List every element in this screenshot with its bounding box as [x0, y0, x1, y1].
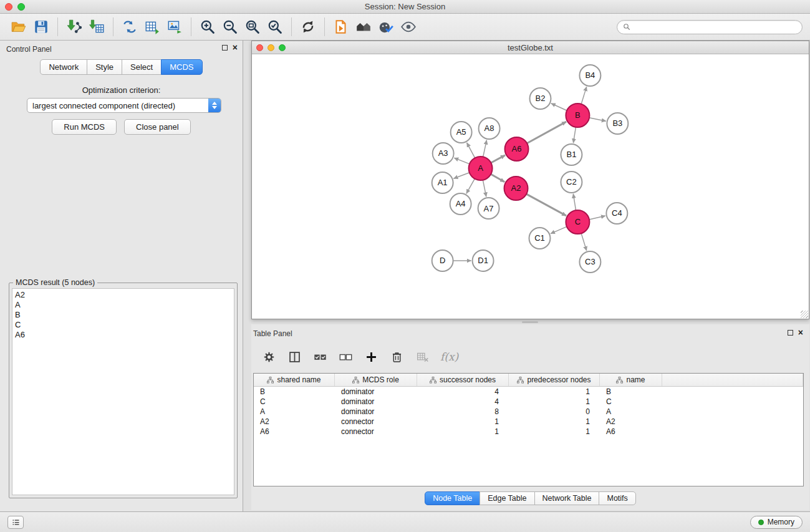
- network-canvas-svg[interactable]: B4B2BB3A5A8A6B1A3AC2A1A2A4A7C4CC1C3DD1: [252, 54, 809, 319]
- result-item[interactable]: C: [15, 320, 231, 330]
- table-cell[interactable]: A: [600, 407, 662, 416]
- graph-edge-C-C1[interactable]: [551, 226, 567, 233]
- graph-node-A8[interactable]: A8: [479, 118, 500, 139]
- memory-button[interactable]: Memory: [750, 516, 803, 529]
- table-cell[interactable]: 4: [417, 387, 509, 396]
- table-cell[interactable]: 1: [509, 417, 600, 426]
- graph-edge-B-B2[interactable]: [551, 104, 567, 110]
- unselect-all-columns-icon[interactable]: [338, 349, 353, 364]
- table-cell[interactable]: 1: [509, 397, 600, 406]
- graph-node-A2[interactable]: A2: [504, 177, 528, 200]
- save-session-icon[interactable]: [30, 16, 52, 37]
- graph-edge-B-B4[interactable]: [581, 87, 587, 104]
- graph-edge-C-C2[interactable]: [573, 194, 576, 210]
- new-table-icon[interactable]: [141, 16, 163, 37]
- settings-gear-icon[interactable]: [261, 349, 276, 364]
- graph-node-C3[interactable]: C3: [579, 251, 600, 273]
- tab-edge-table[interactable]: Edge Table: [480, 491, 534, 505]
- tab-network[interactable]: Network: [40, 59, 87, 75]
- open-document-icon[interactable]: [330, 16, 352, 37]
- graph-node-C1[interactable]: C1: [529, 228, 551, 249]
- show-panels-button[interactable]: [7, 516, 24, 529]
- graph-node-B1[interactable]: B1: [561, 144, 582, 165]
- float-panel-icon[interactable]: [222, 45, 228, 51]
- graph-edge-C-C4[interactable]: [589, 216, 605, 220]
- graph-node-B2[interactable]: B2: [530, 88, 551, 109]
- column-header-predecessor-nodes[interactable]: predecessor nodes: [509, 374, 600, 386]
- graph-edge-A-A2[interactable]: [491, 174, 504, 181]
- table-cell[interactable]: C: [600, 397, 662, 406]
- graph-node-B[interactable]: B: [566, 104, 589, 127]
- resize-handle[interactable]: [801, 311, 808, 318]
- table-row[interactable]: A6connector11A6: [254, 427, 803, 437]
- graph-node-C[interactable]: C: [566, 210, 589, 234]
- graph-node-C2[interactable]: C2: [561, 172, 582, 193]
- search-input[interactable]: [634, 22, 796, 31]
- table-cell[interactable]: 1: [509, 427, 600, 436]
- clone-network-icon[interactable]: [118, 16, 141, 37]
- table-row[interactable]: Bdominator41B: [254, 387, 803, 397]
- table-cell[interactable]: dominator: [335, 407, 417, 416]
- zoom-in-icon[interactable]: [196, 16, 219, 37]
- zoom-selected-icon[interactable]: [264, 16, 286, 37]
- export-image-icon[interactable]: [163, 16, 186, 37]
- node-table[interactable]: shared nameMCDS rolesuccessor nodesprede…: [253, 373, 804, 486]
- open-session-icon[interactable]: [7, 16, 30, 37]
- graph-node-B3[interactable]: B3: [607, 113, 628, 134]
- search-box[interactable]: [617, 20, 803, 34]
- mcds-result-list[interactable]: A2ABCA6: [12, 288, 234, 495]
- graph-node-D1[interactable]: D1: [473, 250, 494, 271]
- import-table-icon[interactable]: [85, 16, 108, 37]
- table-cell[interactable]: 1: [417, 417, 509, 426]
- graph-edge-A-A1[interactable]: [453, 173, 469, 179]
- graph-edge-A-A4[interactable]: [466, 179, 475, 194]
- graph-edge-A6-B[interactable]: [527, 122, 566, 143]
- eye-icon[interactable]: [397, 16, 420, 37]
- graph-node-B4[interactable]: B4: [579, 65, 600, 86]
- tab-mcds[interactable]: MCDS: [161, 59, 202, 75]
- run-mcds-button[interactable]: Run MCDS: [52, 119, 117, 135]
- table-cell[interactable]: 1: [509, 387, 600, 396]
- table-row[interactable]: Cdominator41C: [254, 397, 803, 407]
- table-cell[interactable]: connector: [335, 417, 417, 426]
- graph-node-C4[interactable]: C4: [606, 203, 627, 224]
- graph-node-A[interactable]: A: [469, 157, 493, 180]
- zoom-out-icon[interactable]: [219, 16, 241, 37]
- network-canvas[interactable]: B4B2BB3A5A8A6B1A3AC2A1A2A4A7C4CC1C3DD1: [252, 54, 809, 319]
- add-column-icon[interactable]: [364, 349, 378, 364]
- delete-column-icon[interactable]: [389, 349, 404, 364]
- graph-node-A5[interactable]: A5: [451, 122, 472, 143]
- table-cell[interactable]: A6: [600, 427, 662, 436]
- graph-node-D[interactable]: D: [432, 250, 453, 271]
- overview-home-icon[interactable]: [352, 16, 375, 37]
- graph-node-A7[interactable]: A7: [478, 198, 499, 219]
- graph-node-A3[interactable]: A3: [433, 143, 454, 164]
- result-item[interactable]: A6: [15, 330, 231, 340]
- table-cell[interactable]: B: [254, 387, 335, 396]
- result-item[interactable]: B: [15, 310, 231, 320]
- function-builder-icon[interactable]: f(x): [440, 351, 458, 363]
- tab-node-table[interactable]: Node Table: [425, 491, 480, 505]
- select-all-columns-icon[interactable]: [312, 349, 327, 364]
- table-cell[interactable]: 8: [417, 407, 509, 416]
- apply-style-icon[interactable]: [375, 16, 397, 37]
- table-cell[interactable]: 0: [509, 407, 600, 416]
- zoom-fit-icon[interactable]: [241, 16, 264, 37]
- result-item[interactable]: A2: [15, 290, 231, 300]
- column-header-shared-name[interactable]: shared name: [254, 374, 335, 386]
- table-cell[interactable]: A6: [254, 427, 335, 436]
- graph-node-A1[interactable]: A1: [432, 172, 453, 193]
- table-cell[interactable]: dominator: [335, 397, 417, 406]
- table-cell[interactable]: C: [254, 397, 335, 406]
- table-cell[interactable]: A2: [254, 417, 335, 426]
- close-panel-icon[interactable]: ×: [798, 329, 803, 336]
- table-cell[interactable]: dominator: [335, 387, 417, 396]
- table-cell[interactable]: 1: [417, 427, 509, 436]
- float-panel-icon[interactable]: [788, 330, 793, 336]
- refresh-layout-icon[interactable]: [297, 16, 319, 37]
- table-cell[interactable]: B: [600, 387, 662, 396]
- table-row[interactable]: Adominator80A: [254, 407, 803, 417]
- graph-edge-A-A3[interactable]: [454, 158, 470, 164]
- graph-edge-B-B3[interactable]: [589, 118, 606, 121]
- column-header-successor-nodes[interactable]: successor nodes: [417, 374, 509, 386]
